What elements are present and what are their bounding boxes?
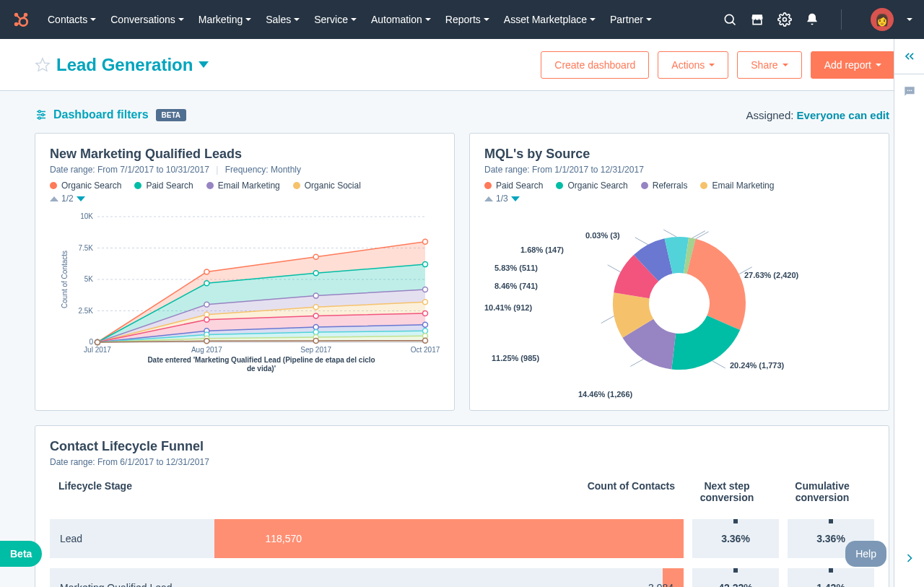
svg-point-51 — [204, 317, 209, 322]
svg-point-45 — [423, 287, 428, 292]
caret-down-icon — [876, 64, 881, 66]
donut-slice-label: 11.25% (985) — [492, 354, 539, 362]
donut-slice-label: 8.46% (741) — [494, 282, 538, 290]
pager-next-icon[interactable] — [77, 196, 85, 201]
legend-item[interactable]: Email Marketing — [700, 181, 774, 191]
legend-dot-icon — [50, 182, 57, 189]
svg-point-80 — [909, 90, 910, 92]
search-icon[interactable] — [723, 12, 737, 27]
card-sub: Date range: From 7/1/2017 to 10/31/2017 … — [50, 165, 440, 175]
svg-point-35 — [204, 269, 209, 274]
caret-down-icon — [709, 64, 715, 66]
marketplace-icon[interactable] — [750, 12, 764, 27]
donut-labels: 27.63% (2,420)20.24% (1,773)14.46% (1,26… — [484, 209, 874, 397]
button-label: Create dashboard — [554, 59, 635, 71]
svg-point-52 — [313, 313, 318, 318]
page-header: Lead Generation Create dashboard Actions… — [0, 39, 924, 91]
legend-item[interactable]: Paid Search — [134, 181, 193, 191]
nav-item[interactable]: Sales — [260, 8, 305, 31]
beta-badge: BETA — [156, 109, 186, 121]
legend-pager[interactable]: 1/2 — [50, 194, 440, 204]
dashboard-filters-link[interactable]: Dashboard filters — [53, 108, 149, 121]
assigned-link[interactable]: Everyone can edit — [797, 109, 889, 121]
comments-icon[interactable] — [902, 84, 917, 99]
donut-slice-label: 14.46% (1,266) — [578, 390, 632, 399]
svg-text:10K: 10K — [80, 212, 93, 220]
gear-icon[interactable] — [777, 12, 792, 27]
nav-item[interactable]: Conversations — [105, 8, 190, 31]
pager-prev-icon[interactable] — [50, 196, 58, 201]
legend-label: Paid Search — [496, 181, 543, 191]
expand-icon[interactable] — [902, 551, 917, 565]
funnel-row: Marketing Qualified Lead 3,984 42.22% 1.… — [50, 568, 874, 587]
caret-down-icon — [590, 18, 596, 21]
bell-icon[interactable] — [805, 12, 819, 27]
nav-item[interactable]: Reports — [440, 8, 495, 31]
pager-prev-icon[interactable] — [484, 196, 493, 201]
card-sub: Date range: From 1/1/2017 to 12/31/2017 — [484, 165, 874, 175]
nav-item[interactable]: Contacts — [42, 8, 102, 31]
svg-point-43 — [204, 302, 209, 307]
button-label: Actions — [671, 59, 705, 71]
title-dropdown-icon — [199, 61, 209, 68]
actions-button[interactable]: Actions — [658, 51, 728, 79]
svg-point-44 — [313, 293, 318, 298]
account-caret-icon[interactable] — [907, 18, 912, 21]
rail-divider — [894, 74, 924, 74]
metric-next: 3.36% — [692, 519, 779, 558]
svg-marker-10 — [36, 58, 49, 70]
pager-text: 1/3 — [496, 194, 508, 204]
legend-dot-icon — [293, 182, 300, 189]
svg-point-57 — [423, 322, 428, 327]
star-icon[interactable] — [35, 57, 51, 73]
nav-item[interactable]: Marketing — [193, 8, 257, 31]
svg-text:7.5K: 7.5K — [78, 244, 93, 252]
add-report-button[interactable]: Add report — [811, 51, 895, 79]
svg-point-60 — [313, 330, 318, 335]
filter-row: Dashboard filters BETA Assigned: Everyon… — [35, 108, 889, 121]
caret-down-icon — [245, 18, 251, 21]
funnel-header: Lifecycle Stage Count of Contacts Next s… — [50, 474, 874, 509]
page-title[interactable]: Lead Generation — [56, 55, 209, 75]
collapse-icon[interactable] — [902, 49, 917, 64]
svg-point-39 — [204, 281, 209, 286]
nav-item[interactable]: Service — [308, 8, 362, 31]
legend-item[interactable]: Email Marketing — [206, 181, 280, 191]
beta-pill[interactable]: Beta — [0, 541, 42, 567]
share-button[interactable]: Share — [737, 51, 801, 79]
legend-item[interactable]: Organic Social — [293, 181, 361, 191]
legend-item[interactable]: Referrals — [641, 181, 688, 191]
nav-item[interactable]: Automation — [365, 8, 437, 31]
svg-text:Aug 2017: Aug 2017 — [191, 346, 222, 354]
create-dashboard-button[interactable]: Create dashboard — [541, 51, 649, 79]
metric-cum: 1.42% — [788, 568, 874, 587]
svg-point-40 — [313, 271, 318, 276]
assigned-label: Assigned: — [746, 109, 794, 121]
help-pill[interactable]: Help — [845, 541, 886, 567]
filter-icon[interactable] — [35, 108, 48, 121]
caret-down-icon — [484, 18, 489, 21]
svg-point-66 — [95, 340, 100, 345]
legend-pager[interactable]: 1/3 — [484, 194, 874, 204]
hubspot-logo-icon — [12, 10, 30, 29]
svg-point-41 — [423, 262, 428, 267]
nav-item[interactable]: Partner — [604, 8, 658, 31]
nav-item[interactable]: Asset Marketplace — [498, 8, 601, 31]
caret-down-icon — [178, 18, 184, 21]
legend-item[interactable]: Paid Search — [484, 181, 543, 191]
header-actions: Create dashboard Actions Share Add repor… — [541, 51, 895, 79]
assigned-info: Assigned: Everyone can edit — [746, 109, 889, 121]
nav-divider — [841, 9, 842, 30]
card-title: Contact Lifecycle Funnel — [50, 439, 874, 454]
card-funnel: Contact Lifecycle Funnel Date range: Fro… — [35, 425, 889, 587]
legend-item[interactable]: Organic Search — [50, 181, 121, 191]
pager-next-icon[interactable] — [511, 196, 520, 201]
card-title: MQL's by Source — [484, 147, 874, 162]
legend-label: Referrals — [653, 181, 688, 191]
legend-item[interactable]: Organic Search — [556, 181, 627, 191]
svg-text:0: 0 — [89, 338, 93, 346]
funnel-value: 3,984 — [648, 582, 674, 587]
avatar[interactable]: 👩 — [871, 8, 894, 31]
svg-point-49 — [423, 300, 428, 305]
caret-down-icon — [646, 18, 652, 21]
